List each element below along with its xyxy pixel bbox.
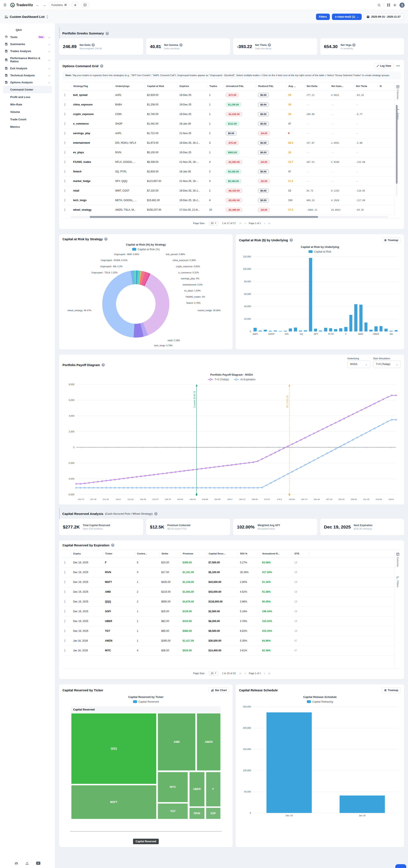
strategy-cell[interactable]: fintech <box>71 170 113 173</box>
drag-handle[interactable] <box>62 142 71 144</box>
column-header[interactable]: Annualized R... <box>260 552 292 556</box>
sidebar-item-volume[interactable]: Volume <box>3 108 52 116</box>
bar[interactable] <box>359 305 363 332</box>
help-icon[interactable]: ? <box>100 64 103 68</box>
column-header[interactable]: Capital Rese... <box>206 552 238 556</box>
back-arrow-icon[interactable]: ← <box>35 3 40 7</box>
columns-tab[interactable]: Columns <box>396 85 399 99</box>
payoff-legend[interactable]: T+0 (Today) At Expiration <box>62 378 401 381</box>
table-row[interactable]: Dec 19, 2025QQQ2$590.00$4,676.00$118,000… <box>62 597 395 607</box>
bar[interactable] <box>384 329 387 332</box>
user-avatar[interactable] <box>400 3 405 8</box>
drag-handle[interactable] <box>62 629 71 632</box>
table-row[interactable]: china_exposureBABA$1,208.0019-Dec-251$1,… <box>62 100 395 110</box>
sidebar-item-win-rate[interactable]: Win-Rate <box>3 101 52 108</box>
sidebar-item-options-analysis[interactable]: Options Analysis⌄ <box>3 79 52 86</box>
column-header[interactable]: Strike <box>159 552 180 556</box>
underlying-select[interactable]: NVDA⌄ <box>347 361 370 368</box>
menu-icon[interactable]: ☰ <box>3 3 8 7</box>
upload-icon[interactable] <box>25 862 29 865</box>
ticker-cell[interactable]: RIVN <box>103 571 135 574</box>
treemap-tile-uber[interactable]: UBER <box>189 772 205 807</box>
apps-grid-icon[interactable] <box>387 3 390 7</box>
table-row[interactable]: wheel_strategyAMZN, TSLA, M...$158,207.0… <box>62 205 395 215</box>
column-header[interactable]: Premium <box>180 552 206 556</box>
date-sim-select[interactable]: T+0 (Today)⌄ <box>373 361 401 368</box>
table-row[interactable]: e_commerceSHOP$1,042.0016-Jan-261$112.00… <box>62 119 395 129</box>
table-row[interactable]: bull_spreadAAPL$2,928.0019-Dec-251-$72.0… <box>62 90 395 100</box>
drag-handle[interactable] <box>62 132 71 135</box>
ai-chat-button[interactable]: AI <box>81 2 89 8</box>
column-header[interactable]: Strategy/Tag <box>71 84 113 88</box>
column-header[interactable]: Contra... <box>135 552 159 556</box>
column-header[interactable]: Realized P&L <box>256 84 286 88</box>
ticker-cell[interactable]: AMD <box>103 590 135 593</box>
drag-handle[interactable] <box>62 571 71 574</box>
drag-handle[interactable] <box>62 199 71 202</box>
table-row[interactable]: ev_playsRIVN$5,100.0019-Dec-251$903.00$0… <box>62 148 395 157</box>
page-size-select[interactable]: 20▼ <box>209 221 218 225</box>
ticker-cell[interactable]: INTC <box>103 649 135 652</box>
page-size-select[interactable]: 20▼ <box>209 671 218 675</box>
sidebar-item-q-a[interactable]: Q&A <box>3 26 52 33</box>
bar[interactable] <box>354 304 357 332</box>
bar[interactable] <box>309 258 312 332</box>
help-icon[interactable]: ? <box>111 544 114 547</box>
column-header[interactable]: Net Delta <box>304 84 329 88</box>
drag-handle[interactable] <box>62 590 71 593</box>
leg-view-button[interactable]: ⤢Leg View <box>374 63 394 69</box>
vertical-scrollbar[interactable] <box>396 104 398 196</box>
bar[interactable] <box>294 328 297 332</box>
treemap-tile-amzn[interactable]: AMZN <box>196 713 221 771</box>
donut-ring[interactable] <box>102 271 169 338</box>
treemap-tile-msft[interactable]: MSFT <box>71 785 157 819</box>
treemap-tile-f[interactable]: F <box>206 772 221 807</box>
treemap-tile-qqq[interactable]: QQQ <box>71 713 157 784</box>
bar[interactable] <box>334 329 337 332</box>
bar[interactable] <box>379 326 383 332</box>
bar[interactable] <box>349 315 352 332</box>
help-icon[interactable]: ? <box>101 363 105 367</box>
next-page-button[interactable]: > <box>264 222 265 224</box>
sidebar-item-trade-count[interactable]: Trade Count <box>3 116 52 123</box>
strategy-cell[interactable]: retail <box>71 189 113 192</box>
strategy-cell[interactable]: ev_plays <box>71 151 113 154</box>
table-row[interactable]: Dec 19, 2025AMD2$215.00$1,942.00$43,000.… <box>62 587 395 597</box>
bar[interactable] <box>369 330 373 332</box>
column-header[interactable]: Avg ... <box>286 84 304 88</box>
strategy-cell[interactable]: earnings_play <box>71 132 113 135</box>
bar[interactable] <box>339 328 342 331</box>
drag-handle[interactable] <box>62 581 71 584</box>
bar[interactable] <box>344 327 347 332</box>
column-header[interactable]: DTE <box>292 552 309 556</box>
bar[interactable] <box>279 331 282 331</box>
filter-preset-dropdown[interactable]: x-clean-test2 (1) ⌄ <box>332 13 362 20</box>
strategy-cell[interactable]: wheel_strategy <box>71 208 113 211</box>
strategy-cell[interactable]: china_exposure <box>71 103 113 106</box>
table-row[interactable]: Dec 19, 2025UBER1$82.00$310.00$8,200.003… <box>62 617 395 626</box>
last-page-button[interactable]: >| <box>268 222 270 224</box>
strategy-cell[interactable]: tech_longs <box>71 199 113 202</box>
treemap-legend[interactable]: Capital Reserved <box>62 700 229 703</box>
column-header[interactable]: ROI % <box>238 552 260 556</box>
table-row[interactable]: entertainmentDIS, ROKU, NFLX$1,673.0019-… <box>62 138 395 148</box>
release-legend[interactable]: Capital Releasing <box>239 700 401 703</box>
bar[interactable] <box>284 331 287 331</box>
sidebar-item-technical-analysis[interactable]: Technical Analysis⌄ <box>3 72 52 79</box>
ticker-cell[interactable]: QQQ <box>103 600 135 603</box>
sliders-icon[interactable] <box>15 862 18 865</box>
drag-handle[interactable] <box>62 620 71 623</box>
table-row[interactable]: Dec 19, 2025MSFT1$435.00$1,218.00$43,500… <box>62 578 395 587</box>
sidebar-item-metrics[interactable]: Metrics <box>3 123 52 130</box>
sidebar-item-command-center[interactable]: Command Center <box>3 86 52 93</box>
donut-legend[interactable]: Capital at Risk (%) <box>62 248 229 251</box>
treemap-tile-amd[interactable]: AMD <box>157 713 196 771</box>
bar[interactable] <box>299 331 302 332</box>
columns-tab[interactable]: Columns <box>396 553 399 567</box>
column-header[interactable]: Expiries <box>177 84 207 88</box>
table-row[interactable]: Dec 19, 2025TGT1$85.00$580.00$8,500.006.… <box>62 626 395 636</box>
forward-arrow-icon[interactable]: → <box>42 3 46 7</box>
help-icon[interactable]: ? <box>105 32 109 35</box>
first-page-button[interactable]: |< <box>240 222 242 224</box>
drag-handle[interactable] <box>62 639 71 642</box>
